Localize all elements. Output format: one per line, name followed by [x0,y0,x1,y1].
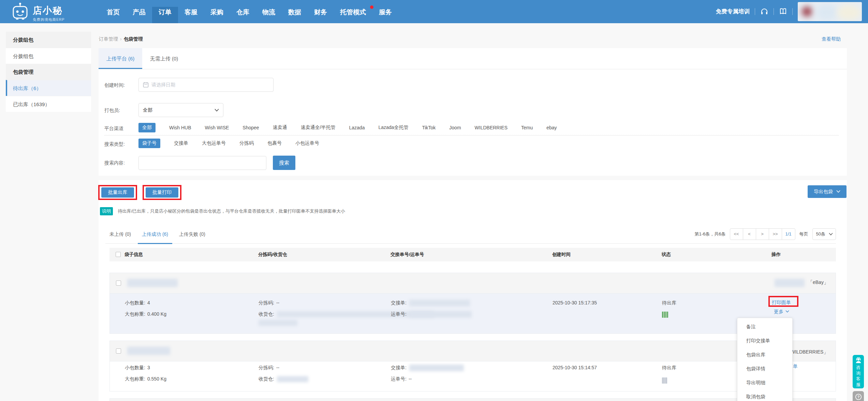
search-content-input[interactable] [138,156,266,170]
per-page-label: 每页 [799,231,808,237]
nav-home[interactable]: 首页 [100,0,126,23]
per-page-select[interactable]: 50条 [812,228,836,240]
nav-managed-mode[interactable]: 托管模式 [334,0,372,23]
search-type-handover[interactable]: 交接单 [174,140,188,146]
bag-id-blurred [127,279,178,287]
platform-chip-lazada-managed[interactable]: Lazada全托管 [378,125,408,131]
sidebar-item-group-pack[interactable]: 分拨组包 [6,48,91,64]
handover-no-blurred [409,300,470,306]
menu-item-export-detail[interactable]: 导出明细 [737,376,792,390]
brand-name: 店小秘 [33,4,65,17]
packer-label: 打包员: [104,108,120,114]
platform-chip-temu[interactable]: Temu [521,125,533,130]
nav-logistics[interactable]: 物流 [256,0,282,23]
status-text: 待出库 [662,297,676,309]
page-first-button[interactable]: << [730,229,743,240]
search-type-big-tracking[interactable]: 大包运单号 [202,140,226,146]
pagination-summary: 第1-6条，共6条 [695,231,726,237]
date-range-input[interactable]: 请选择日期 [138,78,274,92]
tab-upload-failed[interactable]: 上传失败 (0) [175,225,209,244]
nav-finance[interactable]: 财务 [308,0,334,23]
menu-item-print-handover[interactable]: 打印交接单 [737,334,792,348]
bag-id-blurred [127,347,170,355]
menu-item-bag-detail[interactable]: 包袋详情 [737,362,792,376]
platform-chip-aliexpress-managed[interactable]: 速卖通全/半托管 [301,125,336,131]
export-bags-button[interactable]: 导出包袋 [808,185,847,198]
batch-print-button[interactable]: 批量打印 [146,187,178,198]
manual-book-icon[interactable] [779,8,787,16]
search-type-bag-no[interactable]: 袋子号 [138,139,160,148]
row-checkbox[interactable] [116,348,121,354]
topbar-separator [755,8,755,15]
col-created: 创建时间 [552,248,571,261]
view-help-link[interactable]: 查看帮助 [822,36,841,42]
nav-data[interactable]: 数据 [282,0,308,23]
row-checkbox[interactable] [116,281,121,286]
sidebar-item-outbound-done[interactable]: 已出库（1639） [6,96,91,112]
packer-select[interactable]: 全部 [138,103,223,117]
platform-chip-lazada[interactable]: Lazada [349,125,365,130]
nav-services[interactable]: 服务 [372,0,398,23]
col-operation: 操作 [771,248,781,261]
menu-item-cancel-bag[interactable]: 取消包袋 [737,390,792,401]
page-next-button[interactable]: > [756,229,769,240]
breadcrumb-parent[interactable]: 订单管理 [99,36,118,42]
customer-service-float-button[interactable]: 咨询客服 [853,355,864,388]
notification-dot [370,5,373,9]
platform-chip-wildberries[interactable]: WILDBERRIES [475,125,507,130]
menu-item-bag-outbound[interactable]: 包袋出库 [737,348,792,362]
col-handover-tracking: 交接单号/运单号 [391,248,424,261]
nav-products[interactable]: 产品 [126,0,152,23]
page-last-button[interactable]: >> [769,229,782,240]
brand-logo[interactable]: 店小秘 免费跨境电商ERP [11,2,65,22]
barcode-status-icon [662,312,668,318]
sidebar: 分拨组包 分拨组包 包袋管理 待出库（6） 已出库（1639） [6,32,91,112]
nav-purchase[interactable]: 采购 [204,0,230,23]
bag-row-group [109,398,836,401]
help-float-button[interactable]: ? [853,391,864,401]
calendar-icon [143,82,149,88]
nav-orders[interactable]: 订单 [152,0,178,23]
user-account-blurred[interactable] [798,2,862,21]
free-training-link[interactable]: 免费专属培训 [716,8,750,15]
sidebar-item-pending-outbound[interactable]: 待出库（6） [6,80,91,96]
created-time: 2025-10-30 15:17:35 [553,297,597,309]
tab-no-upload[interactable]: 无需上传 (0) [142,48,186,69]
pagination: 第1-6条，共6条 << < > >> 1/1 每页 50条 [695,225,836,244]
platform-chip-shopee[interactable]: Shopee [242,125,259,130]
headset-icon[interactable] [760,8,768,16]
chevron-down-icon [215,109,219,112]
breadcrumb-current: 包袋管理 [124,36,143,42]
notice-row: 说明 待出库/已出库，只是店小秘区分的包袋是否出仓状态，与平台仓库是否揽收无关，… [100,207,345,215]
search-type-sort-code[interactable]: 分拣码 [239,140,254,146]
tab-not-uploaded[interactable]: 未上传 (0) [105,225,135,244]
search-button[interactable]: 搜索 [273,156,295,170]
platform-chip-wish-wise[interactable]: Wish WISE [205,125,229,130]
shop-name-blurred [775,279,805,287]
menu-item-remark[interactable]: 备注 [737,320,792,334]
nav-service[interactable]: 客服 [178,0,204,23]
search-type-small-tracking[interactable]: 小包运单号 [295,140,319,146]
tab-upload-platform[interactable]: 上传平台 (6) [99,48,142,69]
platform-chip-wish-hub[interactable]: Wish HUB [169,125,191,130]
tab-upload-success[interactable]: 上传成功 (6) [138,225,172,244]
platform-chip-aliexpress[interactable]: 速卖通 [273,125,287,131]
more-actions-menu: 备注 打印交接单 包袋出库 包袋详情 导出明细 取消包袋 [737,318,793,401]
platform-chip-joom[interactable]: Joom [449,125,461,130]
svg-text:?: ? [857,395,859,399]
more-dropdown-link[interactable]: 更多 [774,309,789,315]
print-label-link[interactable]: 打印面单 [772,300,791,306]
topbar-separator [792,8,793,15]
batch-outbound-button[interactable]: 批量出库 [101,187,134,198]
barcode-status-icon [662,377,667,384]
page-prev-button[interactable]: < [743,229,756,240]
platform-chip-tiktok[interactable]: TikTok [422,125,436,130]
nav-warehouse[interactable]: 仓库 [230,0,256,23]
dotted-divider [104,135,839,135]
select-all-checkbox[interactable] [116,252,121,257]
platform-chip-all[interactable]: 全部 [138,123,156,132]
create-time-label: 创建时间: [104,82,125,88]
search-type-parcel-no[interactable]: 包裹号 [267,140,282,146]
breadcrumb: 订单管理›包袋管理 [99,36,143,42]
platform-chip-ebay[interactable]: ebay [546,125,557,130]
